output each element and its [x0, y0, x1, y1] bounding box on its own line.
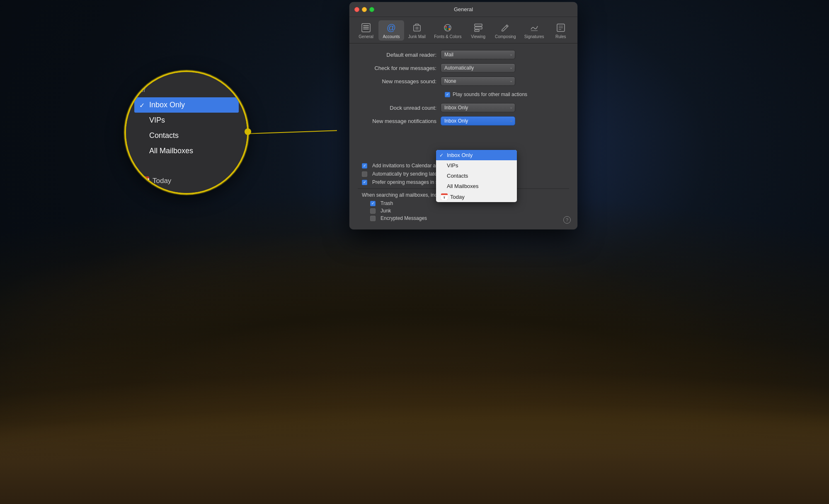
sound-control: None [441, 77, 569, 86]
calendar-icon-sm: T [441, 193, 448, 200]
mag-item-inbox: Inbox Only [134, 97, 239, 113]
dropdown-label-all-mailboxes: All Mailboxes [447, 183, 479, 189]
dropdown-label-vips: VIPs [447, 162, 458, 169]
check-messages-value: Automatically [444, 65, 474, 71]
dock-unread-select-wrapper: Inbox Only [441, 103, 515, 112]
email-reader-select[interactable]: Mail [441, 50, 515, 59]
toolbar-item-junk-mail[interactable]: Junk Mail [404, 20, 430, 41]
notifications-value: Inbox Only [444, 118, 468, 124]
dock-unread-select[interactable]: Inbox Only [441, 103, 515, 112]
gear-icon [360, 22, 372, 34]
settings-window: General General @ Accounts [349, 2, 577, 229]
toolbar-item-signatures[interactable]: Signatures [520, 20, 548, 41]
mag-today-text: Today [153, 177, 171, 185]
dropdown-item-today[interactable]: T Today [436, 191, 517, 202]
notifications-dropdown: Inbox Only VIPs Contacts All Mailboxes T… [436, 150, 517, 202]
dropdown-label-contacts: Contacts [447, 173, 468, 179]
svg-rect-4 [414, 25, 420, 31]
composing-icon [499, 22, 511, 34]
sound-select[interactable]: None [441, 77, 515, 86]
setting-row-sound: New messages sound: None [358, 77, 569, 86]
mag-top-partial: er [134, 84, 239, 95]
svg-point-11 [448, 28, 450, 30]
toolbar-label-fonts: Fonts & Colors [434, 34, 461, 39]
dropdown-item-inbox-only[interactable]: Inbox Only [436, 150, 517, 160]
toolbar-item-rules[interactable]: Rules [548, 20, 573, 41]
toolbar-label-general: General [359, 34, 373, 39]
email-reader-select-wrapper: Mail [441, 50, 515, 59]
toolbar-item-accounts[interactable]: @ Accounts [378, 20, 404, 41]
dropdown-label-inbox-only: Inbox Only [447, 152, 473, 158]
setting-row-dock-unread: Dock unread count: Inbox Only [358, 103, 569, 112]
row-encrypted: Encrypted Messages [370, 215, 569, 221]
dune-4 [0, 421, 829, 504]
viewing-icon [473, 22, 484, 34]
email-reader-value: Mail [444, 52, 453, 58]
check-messages-control: Automatically [441, 63, 569, 72]
toolbar: General @ Accounts Junk Mail [349, 17, 577, 43]
trash-label: Trash [381, 200, 393, 206]
window-titlebar: General [349, 2, 577, 17]
svg-rect-14 [475, 30, 479, 31]
notifications-select[interactable]: Inbox Only [441, 116, 515, 125]
svg-point-8 [445, 26, 447, 28]
palette-icon [442, 22, 453, 34]
mag-item-vips: VIPs [134, 113, 239, 128]
help-button[interactable]: ? [563, 216, 571, 224]
junk-checkbox[interactable] [370, 208, 376, 214]
check-messages-label: Check for new messages: [358, 65, 441, 71]
svg-rect-12 [475, 24, 482, 26]
toolbar-label-accounts: Accounts [383, 34, 400, 39]
toolbar-item-composing[interactable]: Composing [491, 20, 520, 41]
mag-item-all-mailboxes: All Mailboxes [134, 143, 239, 159]
toolbar-label-composing: Composing [495, 34, 516, 39]
prefer-split-view-checkbox[interactable] [362, 180, 367, 185]
rules-icon [555, 22, 567, 34]
auto-send-later-checkbox[interactable] [362, 171, 367, 177]
maximize-button[interactable] [369, 7, 374, 12]
encrypted-label: Encrypted Messages [381, 215, 427, 221]
traffic-lights [354, 7, 374, 12]
toolbar-item-viewing[interactable]: Viewing [466, 20, 491, 41]
help-icon: ? [566, 217, 568, 222]
minimize-button[interactable] [362, 7, 367, 12]
svg-point-9 [448, 26, 450, 28]
setting-row-notifications: New message notifications Inbox Only [358, 116, 569, 125]
trash-checkbox[interactable] [370, 201, 376, 206]
email-reader-label: Default email reader: [358, 52, 441, 58]
at-icon: @ [385, 22, 397, 34]
search-options-group: Trash Junk Encrypted Messages [358, 200, 569, 221]
mag-item-contacts: Contacts [134, 128, 239, 143]
window-content: Default email reader: Mail Check for new… [349, 43, 577, 229]
toolbar-label-rules: Rules [555, 34, 566, 39]
play-sounds-checkbox[interactable] [445, 92, 450, 97]
add-invitations-checkbox[interactable] [362, 163, 367, 169]
svg-rect-13 [475, 27, 482, 29]
dropdown-item-contacts[interactable]: Contacts [436, 171, 517, 181]
close-button[interactable] [354, 7, 359, 12]
check-messages-select-wrapper: Automatically [441, 63, 515, 72]
svg-point-7 [444, 24, 451, 31]
toolbar-label-junk: Junk Mail [408, 34, 426, 39]
encrypted-checkbox[interactable] [370, 216, 376, 221]
svg-rect-1 [363, 25, 369, 26]
toolbar-item-general[interactable]: General [354, 20, 378, 41]
dock-unread-control: Inbox Only [441, 103, 569, 112]
dock-unread-value: Inbox Only [444, 105, 468, 111]
dropdown-item-vips[interactable]: VIPs [436, 160, 517, 171]
dropdown-item-all-mailboxes[interactable]: All Mailboxes [436, 181, 517, 191]
setting-row-play-sounds: Play sounds for other mail actions [358, 90, 569, 99]
window-title: General [454, 6, 473, 12]
svg-line-15 [506, 26, 507, 27]
setting-row-check-messages: Check for new messages: Automatically [358, 63, 569, 72]
toolbar-item-fonts-colors[interactable]: Fonts & Colors [430, 20, 465, 41]
sound-label: New messages sound: [358, 78, 441, 84]
svg-rect-3 [363, 29, 369, 29]
signatures-icon [528, 22, 540, 34]
sound-value: None [444, 78, 456, 84]
magnify-content: er Inbox Only VIPs Contacts All Mailboxe… [126, 72, 247, 193]
check-messages-select[interactable]: Automatically [441, 63, 515, 72]
dock-unread-label: Dock unread count: [358, 105, 441, 111]
sound-select-wrapper: None [441, 77, 515, 86]
magnify-circle: er Inbox Only VIPs Contacts All Mailboxe… [124, 70, 249, 195]
